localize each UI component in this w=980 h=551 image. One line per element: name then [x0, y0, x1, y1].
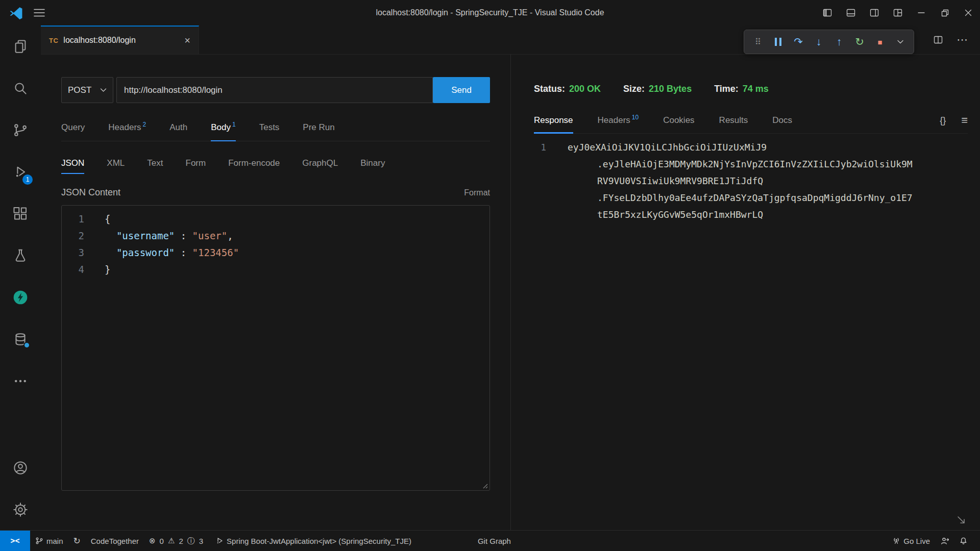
menu-icon[interactable] [34, 9, 45, 17]
split-editor-icon[interactable] [933, 35, 943, 45]
tab-query[interactable]: Query [61, 114, 85, 141]
editor-more-actions-icon[interactable]: ⋯ [957, 34, 968, 45]
request-tabs: Query Headers2 Auth Body1 Tests Pre Run [61, 114, 490, 141]
explorer-icon[interactable] [0, 26, 41, 67]
branch-item[interactable]: main [30, 531, 68, 551]
feedback-person-icon[interactable] [935, 531, 954, 551]
restart-icon[interactable]: ↻ [851, 33, 868, 51]
json-editor[interactable]: 1 { 2 "username" : "user", 3 "password" … [61, 205, 490, 491]
code-line: 2 "username" : "user", [62, 228, 489, 244]
sync-icon[interactable]: ↻ [68, 531, 86, 551]
tab-form[interactable]: Form [186, 152, 206, 175]
codetogether-item[interactable]: CodeTogether [86, 531, 144, 551]
remote-indicator[interactable]: >< [0, 531, 30, 551]
debug-config-item[interactable]: Spring Boot-JwtApplication<jwt> (SpringS… [210, 531, 416, 551]
chevron-down-icon [100, 88, 107, 92]
drag-handle-icon[interactable]: ⠿ [749, 33, 766, 51]
minimize-icon[interactable] [910, 0, 933, 26]
tab-json[interactable]: JSON [61, 152, 84, 175]
tab-headers[interactable]: Headers2 [108, 114, 146, 141]
word-wrap-icon[interactable]: ≡ [961, 114, 968, 127]
tab-cookies[interactable]: Cookies [663, 108, 694, 133]
git-graph-item[interactable]: Git Graph [473, 531, 516, 551]
json-content-label: JSON Content [61, 187, 120, 198]
database-notification-dot [23, 342, 30, 348]
toggle-panel-icon[interactable] [839, 0, 863, 26]
close-tab-icon[interactable]: × [184, 35, 190, 45]
format-link[interactable]: Format [464, 188, 490, 197]
toggle-primary-sidebar-icon[interactable] [816, 0, 839, 26]
headers-count-badge: 2 [143, 121, 146, 128]
activity-bar: 1 [0, 26, 41, 531]
pause-icon[interactable] [770, 33, 786, 51]
response-pane: Status: 200 OK Size: 210 Bytes Time: 74 … [510, 54, 980, 531]
size-badge: Size: 210 Bytes [623, 84, 692, 94]
response-line: 1eyJ0eXAiOiJKV1QiLCJhbGciOiJIUzUxMiJ9 [534, 139, 968, 156]
thunder-client-tab-icon: TC [49, 37, 58, 44]
vscode-logo [9, 6, 22, 19]
run-debug-icon[interactable]: 1 [0, 151, 41, 193]
notifications-bell-icon[interactable] [954, 531, 973, 551]
tab-body[interactable]: Body1 [211, 114, 235, 141]
testing-icon[interactable] [0, 235, 41, 277]
info-icon: ⓘ [187, 536, 195, 546]
database-icon[interactable] [0, 318, 41, 360]
tab-results[interactable]: Results [719, 108, 748, 133]
customize-layout-icon[interactable] [886, 0, 910, 26]
more-tools-icon[interactable] [0, 360, 41, 402]
tab-graphql[interactable]: GraphQL [302, 152, 338, 175]
body-type-tabs: JSON XML Text Form Form-encode GraphQL B… [61, 152, 490, 175]
settings-gear-icon[interactable] [0, 489, 41, 531]
response-body[interactable]: 1eyJ0eXAiOiJKV1QiLCJhbGciOiJIUzUxMiJ9 .e… [534, 139, 968, 223]
send-button[interactable]: Send [433, 77, 490, 103]
resize-handle[interactable] [481, 482, 488, 489]
step-out-icon[interactable]: ↑ [831, 33, 847, 51]
url-input[interactable] [116, 77, 433, 103]
tab-binary[interactable]: Binary [360, 152, 385, 175]
step-into-icon[interactable]: ↓ [811, 33, 827, 51]
debug-dropdown-chevron-icon[interactable] [892, 33, 909, 51]
tab-auth[interactable]: Auth [169, 114, 187, 141]
step-over-icon[interactable]: ↷ [790, 33, 806, 51]
response-line: RV9VU0VSIiwiUk9MRV9BRE1JTiJdfQ [534, 172, 968, 189]
editor-tab[interactable]: TC localhost:8080/login × [41, 26, 199, 54]
thunder-client-icon[interactable] [0, 277, 41, 318]
body-count-badge: 1 [232, 121, 236, 128]
tab-tests[interactable]: Tests [259, 114, 280, 141]
method-select[interactable]: POST [61, 77, 113, 103]
response-tabs: Response Headers10 Cookies Results Docs … [534, 108, 968, 134]
tab-response-headers[interactable]: Headers10 [598, 108, 639, 133]
expand-arrow-icon[interactable] [955, 514, 967, 525]
response-meta: Status: 200 OK Size: 210 Bytes Time: 74 … [534, 84, 968, 94]
extensions-icon[interactable] [0, 193, 41, 235]
status-bar: >< main ↻ CodeTogether ⊗0 ⚠2 ⓘ3 Spring B… [0, 530, 980, 551]
debug-badge: 1 [22, 174, 33, 185]
vscode-window: localhost:8080/login - SpringSecurity_TJ… [0, 0, 980, 551]
format-response-icon[interactable]: {} [940, 115, 946, 126]
tab-pre-run[interactable]: Pre Run [303, 114, 334, 141]
status-badge: Status: 200 OK [534, 84, 601, 94]
tab-text[interactable]: Text [147, 152, 163, 175]
code-line: 3 "password" : "123456" [62, 244, 489, 261]
problems-item[interactable]: ⊗0 ⚠2 ⓘ3 [144, 531, 210, 551]
source-control-icon[interactable] [0, 109, 41, 151]
restore-icon[interactable] [933, 0, 957, 26]
tab-docs[interactable]: Docs [772, 108, 792, 133]
tab-response[interactable]: Response [534, 108, 573, 133]
close-icon[interactable] [957, 0, 980, 26]
toggle-secondary-sidebar-icon[interactable] [863, 0, 886, 26]
response-line: .FYseLDzbDlhy0aEe4ufzDAPaSYzQaTjgpfqsaDp… [534, 189, 968, 206]
tab-form-encode[interactable]: Form-encode [228, 152, 280, 175]
tab-xml[interactable]: XML [107, 152, 125, 175]
response-line: tE5Br5xzLKyGGvW5e5qOr1mxHBwrLQ [534, 206, 968, 223]
accounts-icon[interactable] [0, 447, 41, 489]
stop-icon[interactable]: ■ [872, 33, 888, 51]
git-branch-icon [35, 537, 43, 545]
search-icon[interactable] [0, 67, 41, 109]
titlebar: localhost:8080/login - SpringSecurity_TJ… [0, 0, 980, 26]
go-live-item[interactable]: Go Live [887, 531, 935, 551]
response-line: .eyJleHAiOjE3MDMyMDk2NjYsInVpZCI6InVzZXI… [534, 156, 968, 172]
editor-area: TC localhost:8080/login × ⋯ ⠿ ↷ ↓ ↑ ↻ ■ [41, 26, 980, 531]
response-headers-count-badge: 10 [632, 114, 639, 121]
code-line: 1 { [62, 211, 489, 228]
